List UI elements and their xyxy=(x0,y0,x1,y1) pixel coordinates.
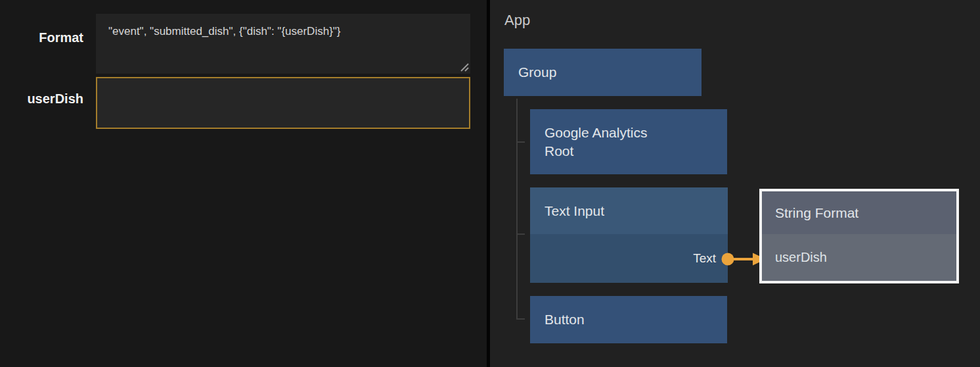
node-google-analytics-root[interactable]: Google Analytics Root xyxy=(530,109,727,174)
node-string-format-header[interactable]: String Format xyxy=(762,191,956,234)
node-string-format-ports: userDish xyxy=(762,234,956,281)
node-text-input[interactable]: Text Input Text xyxy=(530,187,728,283)
format-textarea[interactable]: "event", "submitted_dish", {"dish": "{us… xyxy=(96,14,470,74)
text-output-port-label[interactable]: Text xyxy=(693,251,716,266)
node-button[interactable]: Button xyxy=(530,296,727,343)
userdish-label: userDish xyxy=(0,91,83,107)
format-label: Format xyxy=(0,30,83,45)
tree-branch-line xyxy=(516,99,518,320)
node-button-label: Button xyxy=(545,312,585,328)
tree-stub-line xyxy=(516,233,525,235)
node-text-input-label: Text Input xyxy=(545,203,604,219)
node-string-format-selected[interactable]: String Format userDish xyxy=(759,189,959,283)
userdish-input[interactable] xyxy=(96,77,470,129)
userdish-input-port-label[interactable]: userDish xyxy=(775,250,827,265)
inspector-panel: Format "event", "submitted_dish", {"dish… xyxy=(0,0,487,367)
node-text-input-ports: Text xyxy=(530,234,728,283)
node-string-format-label: String Format xyxy=(775,205,858,221)
node-text-input-header[interactable]: Text Input xyxy=(530,187,728,234)
node-group-label: Group xyxy=(518,64,556,80)
node-group[interactable]: Group xyxy=(504,49,702,96)
tree-root-app[interactable]: App xyxy=(504,12,530,29)
tree-stub-line xyxy=(516,318,525,320)
tree-stub-line xyxy=(516,141,525,143)
app-window: Format "event", "submitted_dish", {"dish… xyxy=(0,0,980,367)
node-tree-panel: App Group Google Analytics Root Text Inp… xyxy=(490,0,980,367)
node-google-analytics-root-label: Google Analytics Root xyxy=(545,124,647,160)
